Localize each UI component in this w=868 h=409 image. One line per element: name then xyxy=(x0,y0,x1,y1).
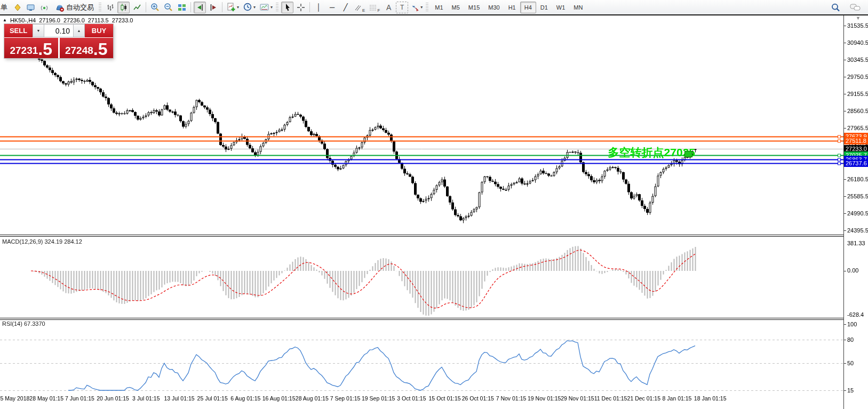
cursor-button[interactable] xyxy=(281,2,293,13)
label-t-glyph: T xyxy=(400,4,404,11)
timeframe-mn[interactable]: MN xyxy=(569,2,587,13)
virtual-hosting-button[interactable] xyxy=(25,2,37,13)
volume-decrease-button[interactable]: ▼ xyxy=(33,24,44,37)
low-value: 27113.5 xyxy=(88,17,109,23)
auto-scroll-icon xyxy=(196,3,204,12)
time-tick-label: 15 Oct 01:15 xyxy=(429,395,461,402)
sell-price-display[interactable]: 27231 .5 xyxy=(4,38,58,58)
templates-button[interactable]: ▾ xyxy=(258,2,274,13)
timeframe-w1[interactable]: W1 xyxy=(552,2,570,13)
price-tick-label: 24395.5 xyxy=(847,227,868,234)
periods-clock-icon xyxy=(243,3,252,12)
indicators-button[interactable]: ▾ xyxy=(225,2,241,13)
rsi-tick-label: 50 xyxy=(847,360,854,366)
rsi-panel-splitter[interactable] xyxy=(0,318,843,320)
dropdown-icon: ▾ xyxy=(237,5,239,10)
price-chart-canvas[interactable] xyxy=(0,0,868,409)
timeframe-m5[interactable]: M5 xyxy=(448,2,464,13)
time-tick-label: 7 Nov 01:15 xyxy=(496,395,527,402)
chat-icon xyxy=(850,3,861,12)
zoom-in-button[interactable] xyxy=(149,2,161,13)
time-tick-label: 15 May 2018 xyxy=(0,395,29,402)
time-tick-label: 25 Jul 01:15 xyxy=(197,395,228,402)
timeframe-h1[interactable]: H1 xyxy=(504,2,520,13)
volume-increase-button[interactable]: ▲ xyxy=(73,24,85,37)
close-value: 27233.0 xyxy=(112,17,133,23)
fibo-f-label: F xyxy=(377,8,380,13)
timeframe-group: M1M5M15M30H1H4D1W1MN xyxy=(431,2,587,13)
toolbar-grip xyxy=(99,3,101,12)
chart-shift-icon xyxy=(209,3,218,12)
scroll-end-icon[interactable]: ▼ xyxy=(856,15,861,21)
buy-price-display[interactable]: 27248 .5 xyxy=(60,38,114,58)
price-level-badge: 26737.6 xyxy=(844,159,868,167)
crosshair-button[interactable] xyxy=(294,2,307,13)
dropdown-icon: ▾ xyxy=(253,5,256,10)
sell-button[interactable]: SELL xyxy=(4,24,33,37)
candlestick-chart-button[interactable] xyxy=(117,2,130,13)
signals-icon xyxy=(40,3,49,12)
time-tick-label: 16 Aug 01:15 xyxy=(262,395,296,402)
vertical-line-tool[interactable]: │ xyxy=(313,2,325,13)
text-tool[interactable]: A xyxy=(383,2,395,13)
timeframe-m1[interactable]: M1 xyxy=(431,2,447,13)
toolbar-grip xyxy=(426,3,428,12)
trendline-tool[interactable]: ╱ xyxy=(339,2,352,13)
collapse-icon[interactable]: ▲ xyxy=(3,18,7,23)
chart-window-top-border xyxy=(0,14,868,15)
zoom-out-button[interactable] xyxy=(162,2,174,13)
buy-price-pip: .5 xyxy=(93,43,108,57)
periods-button[interactable]: ▾ xyxy=(242,2,257,13)
buy-button[interactable]: BUY xyxy=(85,24,113,37)
time-tick-label: 6 Aug 01:15 xyxy=(230,395,260,402)
autotrading-button[interactable]: 自动交易 xyxy=(52,2,97,13)
symbol-name: HK50-,H4 xyxy=(10,17,36,23)
toolbar-grip xyxy=(276,3,278,12)
fibonacci-tool[interactable]: F xyxy=(368,2,381,13)
turning-point-annotation: 多空转折点27025 xyxy=(588,145,695,160)
horizontal-line-tool[interactable]: ─ xyxy=(326,2,338,13)
toolbar: 单 自动交易 xyxy=(0,0,868,14)
timeframe-h4[interactable]: H4 xyxy=(520,2,536,13)
channel-icon xyxy=(354,4,362,11)
search-button[interactable] xyxy=(829,2,842,13)
metaeditor-button[interactable] xyxy=(11,2,23,13)
timeframe-d1[interactable]: D1 xyxy=(536,2,552,13)
time-tick-label: 7 Jun 01:15 xyxy=(65,395,94,402)
time-tick-label: 11 Dec 01:15 xyxy=(594,395,627,402)
chat-button[interactable] xyxy=(848,2,862,13)
time-tick-label: 26 Oct 01:15 xyxy=(462,395,494,402)
tile-windows-button[interactable] xyxy=(176,2,188,13)
channel-tool[interactable]: E xyxy=(353,2,367,13)
signals-button[interactable] xyxy=(38,2,51,13)
symbol-header: ▲ HK50-,H4 27196.0 27236.0 27113.5 27233… xyxy=(3,17,133,23)
time-tick-label: 21 Dec 01:15 xyxy=(627,395,660,402)
macd-panel-splitter[interactable] xyxy=(0,235,843,237)
line-chart-button[interactable] xyxy=(131,2,143,13)
price-level-badge: 27511.8 xyxy=(844,137,868,145)
macd-axis-min: -628.4 xyxy=(847,311,864,318)
zoom-out-icon xyxy=(164,3,173,12)
autotrading-label: 自动交易 xyxy=(66,3,94,12)
time-tick-label: 3 Jul 01:15 xyxy=(132,395,160,402)
timeframe-m15[interactable]: M15 xyxy=(464,2,484,13)
timeframe-m30[interactable]: M30 xyxy=(484,2,504,13)
price-tick-label: 26180.5 xyxy=(847,176,868,182)
time-tick-label: 28 May 01:15 xyxy=(29,395,63,402)
volume-input[interactable] xyxy=(44,24,73,37)
rsi-indicator-label: RSI(14) 67.3370 xyxy=(2,320,45,327)
mt4-window: 单 自动交易 xyxy=(0,0,868,409)
line-chart-icon xyxy=(133,3,141,12)
time-tick-label: 29 Nov 01:15 xyxy=(561,395,594,402)
chart-shift-button[interactable] xyxy=(207,2,219,13)
time-tick-label: 7 Sep 01:15 xyxy=(330,395,361,402)
time-tick-label: 28 Aug 01:15 xyxy=(296,395,329,402)
label-tool[interactable]: T xyxy=(396,2,408,13)
bar-chart-button[interactable] xyxy=(104,2,116,13)
auto-scroll-button[interactable] xyxy=(194,2,206,13)
time-tick-label: 8 Jan 01:15 xyxy=(663,395,692,402)
buy-signal-marker[interactable] xyxy=(684,151,692,157)
arrows-tool[interactable]: ▾ xyxy=(409,2,424,13)
new-order-button[interactable]: 单 xyxy=(0,2,10,13)
sell-price-main: 27231 xyxy=(10,45,38,55)
